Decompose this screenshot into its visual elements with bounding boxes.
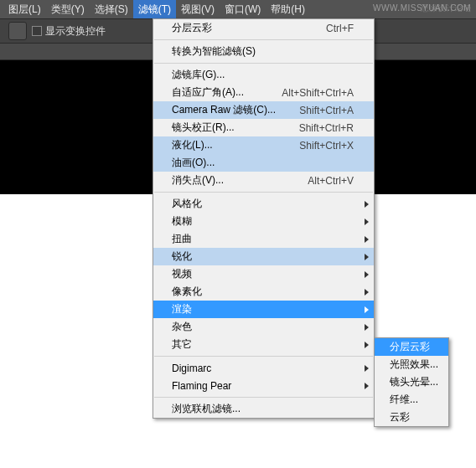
menu-item[interactable]: 滤镜库(G)... (153, 66, 374, 84)
menu-separator (154, 356, 373, 357)
submenu-arrow-icon (365, 289, 369, 296)
menu-item-label: 油画(O)... (172, 156, 215, 170)
tool-button[interactable] (8, 22, 27, 40)
menu-item-label: 消失点(V)... (172, 173, 224, 188)
menubar-item[interactable]: 视图(V) (176, 0, 220, 18)
menu-item[interactable]: 转换为智能滤镜(S) (153, 43, 374, 60)
submenu-arrow-icon (365, 383, 369, 389)
menu-item[interactable]: 液化(L)...Shift+Ctrl+X (153, 136, 374, 154)
submenu-arrow-icon (365, 324, 369, 331)
menu-item[interactable]: Digimarc (153, 359, 374, 377)
menu-item[interactable]: 风格化 (153, 195, 374, 213)
menu-item[interactable]: Flaming Pear (153, 377, 374, 394)
submenu-arrow-icon (365, 365, 369, 372)
menu-item-label: 渲染 (172, 302, 192, 316)
show-transform-checkbox[interactable] (32, 26, 42, 36)
submenu-item[interactable]: 镜头光晕... (375, 373, 448, 391)
menu-item-label: 风格化 (172, 197, 202, 211)
menu-item-label: Camera Raw 滤镜(C)... (172, 103, 276, 117)
menu-item-label: 浏览联机滤镜... (172, 402, 241, 416)
menu-item-label: 模糊 (172, 214, 192, 229)
menu-separator (154, 39, 373, 40)
submenu-item[interactable]: 光照效果... (375, 356, 448, 373)
submenu-arrow-icon (365, 342, 369, 348)
menu-item[interactable]: 消失点(V)...Alt+Ctrl+V (153, 172, 374, 189)
menu-item-label: Digimarc (172, 363, 211, 374)
menu-item-label: 像素化 (172, 285, 202, 299)
menu-item-label: 自适应广角(A)... (172, 85, 244, 100)
menu-item-shortcut: Alt+Shift+Ctrl+A (282, 87, 354, 99)
submenu-arrow-icon (365, 236, 369, 243)
submenu-item[interactable]: 云彩 (375, 409, 448, 426)
submenu-arrow-icon (365, 201, 369, 208)
menu-item-label: 液化(L)... (172, 138, 213, 152)
menu-item-label: 分层云彩 (172, 21, 212, 35)
menu-item[interactable]: 其它 (153, 336, 374, 353)
menu-item[interactable]: 像素化 (153, 283, 374, 301)
menu-item-label: 杂色 (172, 320, 192, 334)
menu-item[interactable]: Camera Raw 滤镜(C)...Shift+Ctrl+A (153, 101, 374, 119)
menubar-item[interactable]: 类型(Y) (46, 0, 90, 18)
menu-item-label: 其它 (172, 337, 192, 352)
menu-item-shortcut: Shift+Ctrl+A (299, 105, 354, 116)
menu-item-label: 视频 (172, 267, 192, 281)
filter-menu: 分层云彩Ctrl+F转换为智能滤镜(S)滤镜库(G)...自适应广角(A)...… (153, 18, 375, 419)
menu-item[interactable]: 镜头校正(R)...Shift+Ctrl+R (153, 119, 374, 136)
menu-item-shortcut: Shift+Ctrl+X (299, 140, 354, 152)
watermark: WWW.MISSYUAN.COM (373, 3, 471, 13)
menu-separator (154, 63, 373, 64)
menu-item-label: 扭曲 (172, 232, 192, 246)
menu-item-shortcut: Shift+Ctrl+R (299, 122, 354, 134)
menu-item[interactable]: 视频 (153, 265, 374, 283)
menubar-item[interactable]: 选择(S) (90, 0, 133, 18)
menubar-item[interactable]: 图层(L) (3, 0, 46, 18)
menu-item[interactable]: 模糊 (153, 213, 374, 230)
menu-separator (154, 192, 373, 193)
submenu-arrow-icon (365, 306, 369, 313)
menu-item[interactable]: 油画(O)... (153, 154, 374, 172)
menu-item[interactable]: 自适应广角(A)...Alt+Shift+Ctrl+A (153, 84, 374, 101)
menubar-item[interactable]: 帮助(H) (266, 0, 310, 18)
submenu-item[interactable]: 纤维... (375, 391, 448, 409)
menu-item[interactable]: 分层云彩Ctrl+F (153, 19, 374, 37)
menu-item[interactable]: 浏览联机滤镜... (153, 400, 374, 418)
show-transform-label: 显示变换控件 (45, 24, 106, 39)
menubar-item[interactable]: 滤镜(T) (133, 0, 176, 18)
menu-item[interactable]: 杂色 (153, 318, 374, 336)
menu-item-label: 转换为智能滤镜(S) (172, 44, 256, 59)
submenu-arrow-icon (365, 219, 369, 225)
submenu-arrow-icon (365, 254, 369, 260)
menu-item[interactable]: 锐化 (153, 248, 374, 265)
submenu-arrow-icon (365, 271, 369, 278)
menu-item-label: 滤镜库(G)... (172, 68, 225, 82)
menubar-item[interactable]: 窗口(W) (220, 0, 266, 18)
menu-item-label: 镜头校正(R)... (172, 121, 235, 135)
submenu-item[interactable]: 分层云彩 (375, 338, 448, 356)
menu-item-shortcut: Alt+Ctrl+V (308, 175, 354, 187)
menu-item[interactable]: 渲染 (153, 301, 374, 318)
menu-separator (154, 397, 373, 398)
menu-item-shortcut: Ctrl+F (326, 23, 354, 34)
menu-item[interactable]: 扭曲 (153, 230, 374, 248)
render-submenu: 分层云彩光照效果...镜头光晕...纤维...云彩 (374, 337, 449, 427)
menu-item-label: 锐化 (172, 249, 192, 264)
menu-item-label: Flaming Pear (172, 380, 231, 392)
